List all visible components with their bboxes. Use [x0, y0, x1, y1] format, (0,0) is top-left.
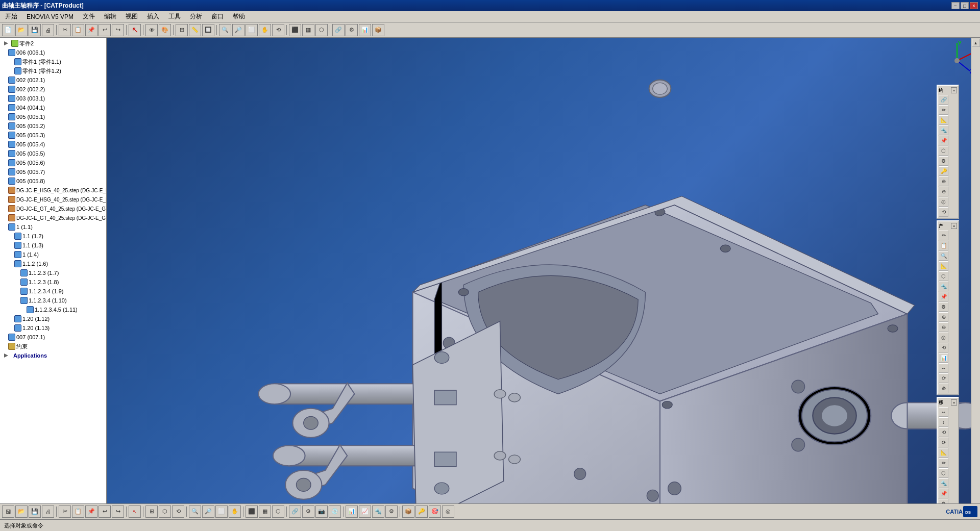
- move-btn-2[interactable]: ↕: [939, 417, 948, 427]
- tb-redo[interactable]: ↪: [112, 24, 124, 36]
- product-btn-3[interactable]: 🔍: [939, 251, 948, 261]
- tb-normal[interactable]: ⬛: [289, 24, 301, 36]
- menu-start[interactable]: 开始: [1, 11, 21, 22]
- btb-cut[interactable]: ✂: [59, 505, 71, 518]
- tb-paste[interactable]: 📌: [85, 24, 97, 36]
- move-panel-close[interactable]: ×: [951, 399, 957, 406]
- btb-rotate[interactable]: ⟲: [172, 505, 184, 518]
- btb-pan[interactable]: ✋: [229, 505, 241, 518]
- menu-tools[interactable]: 工具: [164, 11, 185, 22]
- tree-item-005h[interactable]: 005 (005.8): [0, 176, 106, 186]
- tb-copy[interactable]: 📋: [72, 24, 84, 36]
- btb-paste[interactable]: 📌: [85, 505, 97, 518]
- tree-item-004[interactable]: 004 (004.1): [0, 103, 106, 112]
- btb-analyze[interactable]: 📊: [346, 505, 358, 518]
- tree-item-gt2[interactable]: DG-JC-E_GT_40_25.step (DG-JC-E_GT_40_25.…: [0, 213, 106, 222]
- tree-item-005f[interactable]: 005 (005.6): [0, 158, 106, 167]
- btb-wireframe[interactable]: ▦: [259, 505, 271, 518]
- move-btn-6[interactable]: ✏: [939, 458, 948, 468]
- tree-item-n120-12[interactable]: 1.20 (1.12): [0, 314, 106, 323]
- constraint-btn-4[interactable]: 🔩: [939, 125, 948, 135]
- constraint-btn-3[interactable]: 📐: [939, 115, 948, 125]
- btb-shading[interactable]: ⬡: [272, 505, 284, 518]
- product-btn-13[interactable]: 📊: [939, 353, 948, 363]
- viewport[interactable]: X Z Y: [107, 38, 980, 503]
- tb-assembly[interactable]: ⚙: [346, 24, 358, 36]
- btb-constraint[interactable]: 🔗: [289, 505, 301, 518]
- tree-item-n112-6[interactable]: 1.1.2 (1.6): [0, 259, 106, 268]
- btb-undo[interactable]: ↩: [99, 505, 111, 518]
- btb-geometry[interactable]: ⬡: [159, 505, 171, 518]
- btb-chart[interactable]: 📈: [359, 505, 371, 518]
- product-btn-10[interactable]: ⊖: [939, 322, 948, 332]
- btb-zoom-out[interactable]: 🔎: [202, 505, 214, 518]
- tree-item-n11234-10[interactable]: 1.1.2.3.4 (1.10): [0, 296, 106, 305]
- tree-item-gt1[interactable]: DG-JC-E_GT_40_25.step (DG-JC-E_GT_40_25.…: [0, 204, 106, 213]
- btb-open[interactable]: 📂: [15, 505, 28, 518]
- constraint-btn-6[interactable]: ⬡: [939, 146, 948, 156]
- move-btn-1[interactable]: ↔: [939, 407, 948, 417]
- tb-analyze[interactable]: 📊: [359, 24, 371, 36]
- btb-catalog[interactable]: 📦: [402, 505, 414, 518]
- btb-fit[interactable]: ⬜: [215, 505, 228, 518]
- move-btn-4[interactable]: ⟳: [939, 438, 948, 447]
- tree-item-005a[interactable]: 005 (005.1): [0, 112, 106, 121]
- menu-help[interactable]: 帮助: [229, 11, 249, 22]
- tb-cut[interactable]: ✂: [59, 24, 71, 36]
- btb-select[interactable]: ↖: [129, 505, 141, 518]
- tree-item-constraint[interactable]: 约束: [0, 342, 106, 351]
- tree-item-n120-13[interactable]: 1.20 (1.13): [0, 323, 106, 333]
- constraint-btn-8[interactable]: 🔑: [939, 166, 948, 176]
- tb-snap[interactable]: 🔲: [202, 24, 214, 36]
- btb-circle[interactable]: ◎: [442, 505, 454, 518]
- tb-catalog[interactable]: 📦: [372, 24, 384, 36]
- tb-zoom-in[interactable]: 🔍: [219, 24, 231, 36]
- tb-new[interactable]: 📄: [2, 24, 14, 36]
- btb-dvd[interactable]: 💿: [329, 505, 341, 518]
- move-btn-8[interactable]: 🔩: [939, 478, 948, 488]
- tree-item-005b[interactable]: 005 (005.2): [0, 121, 106, 131]
- tb-rotate[interactable]: ⟲: [272, 24, 284, 36]
- product-btn-9[interactable]: ⊕: [939, 312, 948, 322]
- product-btn-7[interactable]: 📌: [939, 292, 948, 301]
- tree-item-hsg2[interactable]: DG-JC-E_HSG_40_25.step (DG-JC-E_HSG_40_2…: [0, 195, 106, 204]
- product-btn-8[interactable]: ⚙: [939, 302, 948, 312]
- product-btn-14[interactable]: ↔: [939, 363, 948, 373]
- btb-new[interactable]: 🖫: [2, 505, 14, 518]
- menu-analysis[interactable]: 分析: [186, 11, 206, 22]
- tb-print[interactable]: 🖨: [42, 24, 54, 36]
- constraint-btn-7[interactable]: ⚙: [939, 156, 948, 166]
- btb-compass[interactable]: ⊞: [145, 505, 158, 518]
- btb-zoom-in[interactable]: 🔍: [189, 505, 201, 518]
- constraint-panel-close[interactable]: ×: [951, 87, 957, 93]
- tree-item-root[interactable]: 零件2: [0, 39, 106, 48]
- constraint-btn-11[interactable]: ◎: [939, 197, 948, 207]
- minimize-button[interactable]: −: [951, 2, 960, 9]
- product-btn-6[interactable]: 🔩: [939, 282, 948, 291]
- btb-save[interactable]: 💾: [29, 505, 41, 518]
- product-btn-16[interactable]: ⟰: [939, 384, 948, 393]
- tb-zoom-out[interactable]: 🔎: [232, 24, 244, 36]
- tree-item-part1a[interactable]: 零件1 (零件1.1): [0, 57, 106, 66]
- tree-item-n11234-9[interactable]: 1.1.2.3.4 (1.9): [0, 287, 106, 296]
- constraint-btn-10[interactable]: ⊖: [939, 187, 948, 196]
- tb-constraint[interactable]: 🔗: [332, 24, 345, 36]
- right-edge-btn-1[interactable]: ▲: [972, 39, 980, 47]
- product-btn-2[interactable]: 📋: [939, 241, 948, 250]
- tree-item-n11-3[interactable]: 1.1 (1.3): [0, 241, 106, 250]
- tree-item-part1b[interactable]: 零件1 (零件1.2): [0, 66, 106, 75]
- product-btn-15[interactable]: ⟳: [939, 373, 948, 383]
- product-btn-1[interactable]: ✏: [939, 231, 948, 240]
- move-btn-7[interactable]: ⬡: [939, 468, 948, 478]
- tree-item-006[interactable]: 006 (006.1): [0, 48, 106, 57]
- tree-item-007[interactable]: 007 (007.1): [0, 333, 106, 342]
- btb-redo[interactable]: ↪: [112, 505, 124, 518]
- menu-window[interactable]: 窗口: [207, 11, 228, 22]
- tree-item-applications[interactable]: Applications: [0, 351, 106, 360]
- tree-item-003[interactable]: 003 (003.1): [0, 94, 106, 103]
- tb-select[interactable]: ↖: [129, 24, 141, 36]
- tb-wireframe[interactable]: ▦: [302, 24, 314, 36]
- btb-assembly[interactable]: ⚙: [302, 505, 314, 518]
- tb-save[interactable]: 💾: [29, 24, 41, 36]
- move-btn-5[interactable]: 📐: [939, 448, 948, 458]
